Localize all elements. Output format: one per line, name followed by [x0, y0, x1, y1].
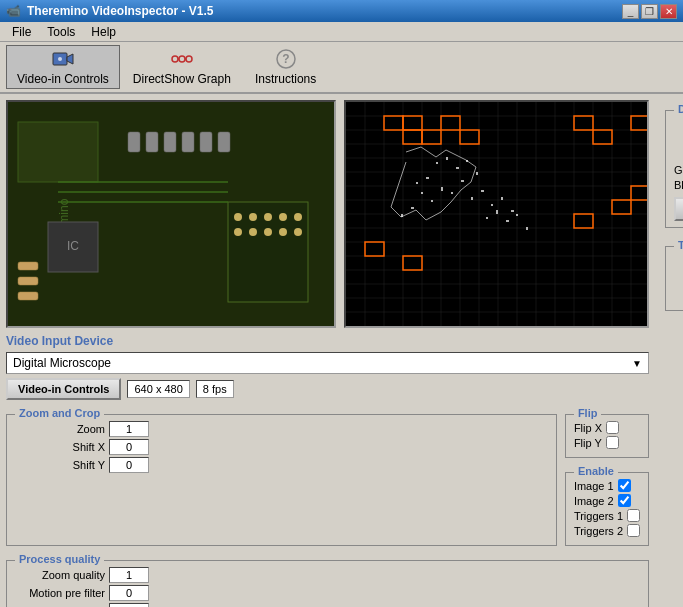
pcb-image: theremino senses IC	[8, 102, 336, 328]
svg-rect-38	[18, 292, 38, 300]
shift-y-input[interactable]	[109, 457, 149, 473]
right-panel: Difference Detector Positive Negative Do…	[665, 100, 683, 603]
svg-rect-84	[436, 162, 438, 164]
device-name: Digital Microscope	[13, 356, 111, 370]
shift-x-input[interactable]	[109, 439, 149, 455]
svg-rect-14	[164, 132, 176, 152]
flip-y-checkbox[interactable]	[606, 436, 619, 449]
svg-point-26	[264, 228, 272, 236]
svg-rect-99	[486, 217, 488, 219]
process-quality-title: Process quality	[15, 553, 104, 565]
svg-point-4	[179, 56, 185, 62]
motion-post-input[interactable]	[109, 603, 149, 607]
restore-button[interactable]: ❐	[641, 4, 658, 19]
svg-rect-93	[451, 192, 453, 194]
trigger-areas-title: Trigger areas	[674, 239, 683, 251]
flip-section: Flip Flip X Flip Y	[565, 414, 649, 458]
zoom-crop-section: Zoom and Crop Zoom Shift X Shift Y	[6, 414, 557, 546]
svg-point-24	[234, 228, 242, 236]
triggers1-label: Triggers 1	[574, 510, 623, 522]
video-in-controls-button[interactable]: Video-in Controls	[6, 378, 121, 400]
svg-point-2	[58, 57, 62, 61]
image1-label: Image 1	[574, 480, 614, 492]
triggers2-label: Triggers 2	[574, 525, 623, 537]
black-white-label: Black or White	[674, 179, 683, 191]
svg-rect-36	[18, 262, 38, 270]
svg-rect-94	[471, 197, 473, 200]
toolbar: Video-in Controls DirectShow Graph ? Ins…	[0, 42, 683, 94]
resolution-display: 640 x 480	[127, 380, 189, 398]
svg-rect-104	[421, 192, 423, 194]
num-area-y-label: Num area Y	[674, 273, 683, 285]
toolbar-directshow-label: DirectShow Graph	[133, 72, 231, 86]
svg-rect-37	[18, 277, 38, 285]
flip-x-checkbox[interactable]	[606, 421, 619, 434]
svg-rect-95	[481, 190, 484, 192]
process-quality-section: Process quality Zoom quality Motion pre …	[6, 560, 649, 607]
menu-tools[interactable]: Tools	[39, 23, 83, 41]
svg-rect-91	[441, 187, 443, 191]
title-bar: 📹 Theremino VideoInspector - V1.5 _ ❐ ✕	[0, 0, 683, 22]
svg-rect-92	[461, 180, 464, 182]
gray-scale-label: Gray scale	[674, 164, 683, 176]
video-input-section: Video Input Device Digital Microscope ▼ …	[6, 334, 649, 400]
svg-rect-86	[456, 167, 459, 169]
menu-help[interactable]: Help	[83, 23, 124, 41]
zoom-quality-input[interactable]	[109, 567, 149, 583]
fps-display: 8 fps	[196, 380, 234, 398]
svg-text:IC: IC	[67, 239, 79, 253]
svg-point-23	[294, 213, 302, 221]
svg-rect-13	[146, 132, 158, 152]
motion-pre-input[interactable]	[109, 585, 149, 601]
difference-detector-title: Difference Detector	[674, 103, 683, 115]
image1-checkbox[interactable]	[618, 479, 631, 492]
svg-rect-96	[491, 204, 493, 206]
zoom-crop-title: Zoom and Crop	[15, 407, 104, 419]
svg-rect-15	[182, 132, 194, 152]
device-combo[interactable]: Digital Microscope ▼	[6, 352, 649, 374]
instructions-icon: ?	[275, 48, 297, 70]
toolbar-instructions[interactable]: ? Instructions	[244, 45, 327, 89]
triggers2-checkbox[interactable]	[627, 524, 640, 537]
difference-detector-section: Difference Detector Positive Negative Do…	[665, 110, 683, 228]
window-controls: _ ❐ ✕	[622, 4, 677, 19]
close-button[interactable]: ✕	[660, 4, 677, 19]
double-label: Double	[674, 147, 683, 159]
svg-point-28	[294, 228, 302, 236]
svg-point-5	[186, 56, 192, 62]
svg-point-25	[249, 228, 257, 236]
toolbar-video-in-controls[interactable]: Video-in Controls	[6, 45, 120, 89]
svg-text:?: ?	[282, 52, 289, 66]
svg-rect-103	[526, 227, 528, 230]
combo-arrow-icon: ▼	[632, 358, 642, 369]
flip-x-label: Flip X	[574, 422, 602, 434]
svg-rect-106	[411, 207, 414, 209]
menu-bar: File Tools Help	[0, 22, 683, 42]
image2-checkbox[interactable]	[618, 494, 631, 507]
svg-rect-97	[501, 197, 503, 200]
svg-point-20	[249, 213, 257, 221]
zoom-label: Zoom	[15, 423, 105, 435]
svg-rect-39	[346, 102, 649, 328]
load-reference-button[interactable]: Load reference image	[674, 197, 683, 221]
toolbar-directshow-graph[interactable]: DirectShow Graph	[122, 45, 242, 89]
menu-file[interactable]: File	[4, 23, 39, 41]
shift-y-label: Shift Y	[15, 459, 105, 471]
num-area-x-label: Num area X	[674, 255, 683, 267]
enable-title: Enable	[574, 465, 618, 477]
triggers1-checkbox[interactable]	[627, 509, 640, 522]
minimize-button[interactable]: _	[622, 4, 639, 19]
toolbar-instructions-label: Instructions	[255, 72, 316, 86]
svg-rect-89	[426, 177, 429, 179]
svg-rect-88	[476, 172, 478, 175]
svg-rect-11	[18, 122, 98, 182]
grid-display	[346, 102, 649, 328]
app-title: Theremino VideoInspector - V1.5	[27, 4, 214, 18]
svg-point-22	[279, 213, 287, 221]
zoom-input[interactable]	[109, 421, 149, 437]
motion-pre-label: Motion pre filter	[15, 587, 105, 599]
svg-point-21	[264, 213, 272, 221]
svg-rect-17	[218, 132, 230, 152]
svg-rect-98	[511, 210, 514, 212]
app-icon: 📹	[6, 4, 21, 18]
